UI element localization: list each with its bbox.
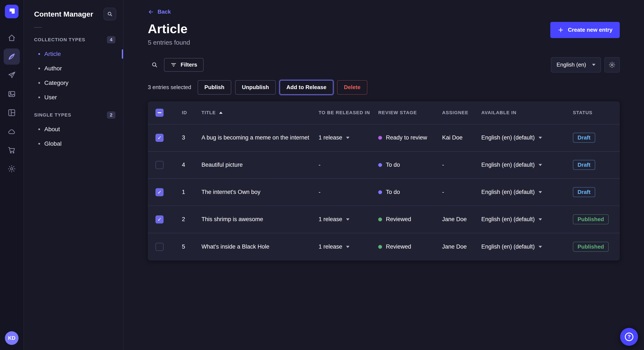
gear-icon — [608, 61, 616, 68]
stage-dot — [378, 190, 382, 194]
cloud-deploy-icon[interactable] — [4, 123, 20, 140]
entry-title[interactable]: What's inside a Black Hole — [202, 243, 318, 250]
bullet-icon — [38, 128, 40, 130]
assignee: - — [442, 162, 481, 168]
sidebar-section: SINGLE TYPES 2 About Global — [24, 111, 123, 151]
entry-title[interactable]: The internet's Own boy — [202, 189, 318, 195]
chevron-down-icon — [538, 218, 542, 220]
entry-id: 5 — [182, 243, 202, 250]
sidebar-item-category[interactable]: Category — [24, 76, 123, 90]
strapi-logo[interactable] — [5, 5, 18, 18]
sidebar-search-button[interactable] — [104, 8, 116, 20]
back-arrow-icon — [148, 9, 154, 15]
column-header-id[interactable]: ID — [182, 110, 202, 116]
locale-selector[interactable]: English (en) — [551, 57, 601, 72]
strapi-logo-notch — [10, 11, 12, 14]
status-badge: Draft — [573, 133, 595, 143]
section-count-badge: 4 — [107, 36, 116, 43]
search-button[interactable] — [148, 58, 162, 72]
releases-icon[interactable] — [4, 67, 20, 83]
content-type-builder-icon[interactable] — [4, 105, 20, 121]
assignee: Jane Doe — [442, 216, 481, 223]
sidebar-item-global[interactable]: Global — [24, 137, 123, 151]
selection-count: 3 entries selected — [148, 84, 191, 91]
active-indicator — [122, 49, 123, 59]
section-label: COLLECTION TYPES — [34, 37, 85, 42]
column-header-review-stage[interactable]: REVIEW STAGE — [378, 110, 442, 116]
release-dropdown[interactable]: 1 release — [318, 134, 378, 141]
sidebar-item-author[interactable]: Author — [24, 61, 123, 76]
unpublish-button[interactable]: Unpublish — [235, 80, 276, 95]
view-settings-button[interactable] — [604, 57, 620, 72]
sidebar-section: COLLECTION TYPES 4 Article Author Catego… — [24, 36, 123, 105]
page-title: Article — [148, 22, 190, 36]
sidebar-item-about[interactable]: About — [24, 122, 123, 137]
locale-dropdown[interactable]: English (en) (default) — [481, 216, 573, 223]
back-link[interactable]: Back — [148, 8, 171, 15]
content-manager-sidebar: Content Manager COLLECTION TYPES 4 Artic… — [24, 0, 124, 350]
sidebar-divider — [34, 27, 42, 28]
entry-id: 1 — [182, 189, 202, 195]
stage-label: To do — [386, 189, 400, 195]
user-avatar[interactable]: KD — [5, 331, 18, 345]
stage-dot — [378, 245, 382, 249]
sidebar-item-article[interactable]: Article — [24, 47, 123, 61]
entry-id: 4 — [182, 162, 202, 168]
column-header-status[interactable]: STATUS — [573, 110, 617, 116]
release-dropdown[interactable]: 1 release — [318, 243, 378, 250]
table-row: 3 A bug is becoming a meme on the intern… — [148, 124, 620, 152]
select-all-checkbox[interactable] — [156, 109, 164, 117]
chevron-down-icon — [346, 246, 350, 248]
bullet-icon — [38, 53, 40, 55]
entries-table: ID TITLE TO BE RELEASED IN REVIEW STAGE … — [148, 101, 620, 260]
column-header-title[interactable]: TITLE — [202, 110, 318, 116]
home-icon[interactable] — [4, 30, 20, 46]
release-dropdown[interactable]: 1 release — [318, 216, 378, 223]
row-checkbox[interactable] — [156, 243, 164, 251]
table-row: 5 What's inside a Black Hole 1 release R… — [148, 233, 620, 260]
assignee: - — [442, 189, 481, 195]
stage-label: Reviewed — [386, 243, 411, 250]
column-header-available-in[interactable]: AVAILABLE IN — [481, 110, 573, 116]
table-row: 2 This shrimp is awesome 1 release Revie… — [148, 206, 620, 233]
marketplace-cart-icon[interactable] — [4, 142, 20, 158]
sidebar-item-user[interactable]: User — [24, 90, 123, 105]
bullet-icon — [38, 82, 40, 84]
entry-title[interactable]: Beautiful picture — [202, 162, 318, 168]
bullet-icon — [38, 68, 40, 69]
entry-title[interactable]: This shrimp is awesome — [202, 216, 318, 223]
column-header-assignee[interactable]: ASSIGNEE — [442, 110, 481, 116]
row-checkbox[interactable] — [156, 215, 164, 223]
filters-button[interactable]: Filters — [164, 58, 204, 72]
create-new-entry-button[interactable]: Create new entry — [550, 22, 620, 38]
entry-title[interactable]: A bug is becoming a meme on the internet — [202, 134, 318, 141]
row-checkbox[interactable] — [156, 161, 164, 169]
content-manager-icon[interactable] — [4, 48, 20, 65]
locale-dropdown[interactable]: English (en) (default) — [481, 162, 573, 168]
chevron-down-icon — [538, 191, 542, 193]
assignee: Jane Doe — [442, 243, 481, 250]
row-checkbox[interactable] — [156, 188, 164, 196]
bullet-icon — [38, 97, 40, 98]
settings-gear-icon[interactable] — [4, 161, 20, 177]
table-body: 3 A bug is becoming a meme on the intern… — [148, 124, 620, 260]
locale-dropdown[interactable]: English (en) (default) — [481, 243, 573, 250]
sidebar-title: Content Manager — [34, 10, 93, 18]
publish-button[interactable]: Publish — [198, 80, 231, 95]
section-count-badge: 2 — [107, 111, 116, 119]
chevron-down-icon — [538, 137, 542, 139]
locale-dropdown[interactable]: English (en) (default) — [481, 189, 573, 195]
column-header-to-be-released-in[interactable]: TO BE RELEASED IN — [318, 110, 378, 116]
table-row: 1 The internet's Own boy - To do - Engli… — [148, 179, 620, 206]
help-fab-button[interactable]: ? — [620, 328, 638, 346]
add-to-release-button[interactable]: Add to Release — [280, 80, 333, 95]
row-checkbox[interactable] — [156, 134, 164, 142]
delete-button[interactable]: Delete — [337, 80, 367, 95]
stage-label: Ready to review — [386, 134, 427, 141]
media-library-icon[interactable] — [4, 86, 20, 102]
sort-ascending-icon — [219, 112, 222, 114]
main-content: Back Article 5 entries found Create new … — [124, 0, 644, 350]
stage-dot — [378, 136, 382, 140]
locale-dropdown[interactable]: English (en) (default) — [481, 134, 573, 141]
status-badge: Published — [573, 214, 609, 224]
